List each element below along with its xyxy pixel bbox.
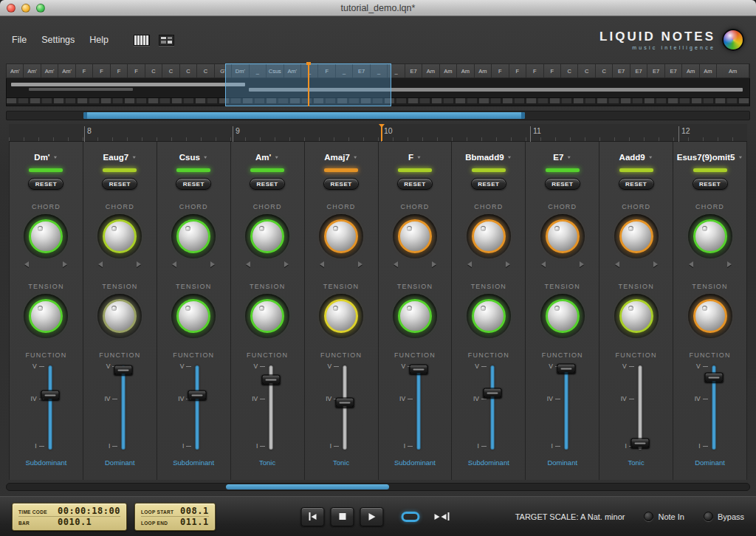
- tension-knob-dial[interactable]: [324, 299, 358, 333]
- chord-selector[interactable]: Aadd9 ▼: [619, 151, 653, 164]
- overview-chord-cell[interactable]: Am: [700, 64, 717, 78]
- function-slider[interactable]: V IV I: [170, 364, 217, 451]
- overview-chord-cell[interactable]: Am: [682, 64, 699, 78]
- function-slider-handle[interactable]: [336, 397, 354, 407]
- piano-roll-icon[interactable]: [134, 35, 150, 46]
- loop-start-value[interactable]: 008.1: [180, 506, 209, 516]
- chord-selector[interactable]: Esus7(9)omit5 ▼: [677, 151, 743, 164]
- overview-chord-cell[interactable]: F: [128, 64, 145, 78]
- chord-knob-dial[interactable]: [103, 219, 137, 253]
- chord-prev-arrow-icon[interactable]: [394, 261, 398, 267]
- chord-prev-arrow-icon[interactable]: [320, 261, 324, 267]
- function-slider[interactable]: V IV I: [96, 364, 143, 451]
- overview-chord-cell[interactable]: C: [578, 64, 595, 78]
- menu-settings[interactable]: Settings: [41, 35, 75, 45]
- function-slider[interactable]: V IV I: [613, 364, 660, 451]
- overview-chord-cell[interactable]: F: [76, 64, 93, 78]
- reset-button[interactable]: RESET: [545, 178, 580, 190]
- chord-next-arrow-icon[interactable]: [137, 261, 141, 267]
- tension-knob-dial[interactable]: [693, 299, 727, 333]
- chord-prev-arrow-icon[interactable]: [172, 261, 176, 267]
- timecode-value[interactable]: 00:00:18:00: [58, 506, 120, 516]
- chord-knob[interactable]: [97, 214, 142, 258]
- reset-button[interactable]: RESET: [693, 178, 728, 190]
- bypass-radio-icon[interactable]: [704, 512, 713, 521]
- menu-file[interactable]: File: [12, 35, 27, 45]
- overview-chord-cell[interactable]: C: [561, 64, 578, 78]
- tension-knob[interactable]: [393, 294, 437, 338]
- overview-chord-cell[interactable]: F: [526, 64, 543, 78]
- function-slider-handle[interactable]: [557, 363, 575, 373]
- reset-button[interactable]: RESET: [397, 178, 433, 190]
- chord-knob-dial[interactable]: [176, 219, 210, 253]
- overview-chord-cell[interactable]: Am: [717, 64, 749, 78]
- function-slider[interactable]: V IV I: [244, 364, 291, 451]
- overview-chord-cell[interactable]: F: [318, 64, 335, 78]
- overview-chord-cell[interactable]: Am': [58, 64, 75, 78]
- function-slider-track[interactable]: [196, 365, 199, 450]
- overview-chord-cell[interactable]: F: [111, 64, 128, 78]
- chord-prev-arrow-icon[interactable]: [467, 261, 472, 267]
- overview-chord-cell[interactable]: Dm': [232, 64, 249, 78]
- note-in-toggle[interactable]: Note In: [644, 512, 684, 521]
- mixer-view-icon[interactable]: [159, 35, 174, 46]
- function-slider[interactable]: V IV I: [391, 364, 439, 451]
- skip-to-end-icon[interactable]: [434, 512, 449, 520]
- reset-button[interactable]: RESET: [102, 178, 137, 190]
- overview-chord-cell[interactable]: _: [250, 64, 267, 78]
- tension-knob[interactable]: [97, 294, 142, 338]
- play-button[interactable]: [360, 507, 383, 526]
- tension-knob-dial[interactable]: [29, 299, 63, 333]
- chord-next-arrow-icon[interactable]: [432, 261, 436, 267]
- chord-next-arrow-icon[interactable]: [506, 261, 510, 267]
- tension-knob-dial[interactable]: [472, 299, 506, 333]
- chord-knob-dial[interactable]: [398, 219, 432, 253]
- horizontal-scrollbar[interactable]: [6, 483, 750, 491]
- overview-chord-cell[interactable]: E7: [405, 64, 422, 78]
- chord-knob[interactable]: [171, 214, 216, 258]
- function-slider-handle[interactable]: [188, 391, 207, 400]
- menu-help[interactable]: Help: [89, 35, 109, 45]
- reset-button[interactable]: RESET: [471, 178, 506, 190]
- overview-chord-cell[interactable]: C: [197, 64, 214, 78]
- chord-selector[interactable]: Eaug7 ▼: [103, 151, 137, 164]
- tension-knob[interactable]: [24, 294, 68, 338]
- overview-chord-cell[interactable]: _: [371, 64, 388, 78]
- bypass-toggle[interactable]: Bypass: [704, 512, 744, 521]
- overview-chord-cell[interactable]: E7: [647, 64, 664, 78]
- function-slider-handle[interactable]: [410, 365, 428, 374]
- function-slider-handle[interactable]: [630, 439, 649, 448]
- titlebar[interactable]: tutorial_demo.lqn*: [0, 0, 756, 16]
- chord-selector[interactable]: Dm' ▼: [34, 151, 58, 164]
- function-slider-track[interactable]: [490, 365, 494, 450]
- overview-chord-cell[interactable]: Am': [41, 64, 58, 78]
- overview-chord-cell[interactable]: F: [544, 64, 561, 78]
- overview-chord-cell[interactable]: _: [336, 64, 353, 78]
- chord-knob[interactable]: [540, 214, 585, 258]
- chord-prev-arrow-icon[interactable]: [541, 261, 546, 267]
- function-slider-handle[interactable]: [114, 365, 133, 375]
- overview-chord-cell[interactable]: Am: [475, 64, 492, 78]
- stop-button[interactable]: [330, 507, 354, 526]
- chord-next-arrow-icon[interactable]: [358, 261, 362, 267]
- reset-button[interactable]: RESET: [28, 178, 63, 190]
- overview-chord-cell[interactable]: Csus: [267, 64, 284, 78]
- tension-knob[interactable]: [467, 294, 511, 338]
- tension-knob[interactable]: [171, 294, 216, 338]
- chord-knob-dial[interactable]: [693, 219, 727, 253]
- overview-chord-cell[interactable]: Am': [24, 64, 41, 78]
- chord-next-arrow-icon[interactable]: [63, 261, 67, 267]
- chord-prev-arrow-icon[interactable]: [615, 261, 619, 267]
- loop-toggle-icon[interactable]: [401, 512, 419, 522]
- overview-chord-cell[interactable]: C: [162, 64, 179, 78]
- minimize-icon[interactable]: [21, 4, 30, 13]
- timeline-range[interactable]: [83, 112, 526, 119]
- overview-chord-cell[interactable]: E7: [613, 64, 630, 78]
- overview-chord-cell[interactable]: Am: [457, 64, 474, 78]
- overview-chord-cell[interactable]: E7: [353, 64, 370, 78]
- chord-knob-dial[interactable]: [472, 219, 506, 253]
- chord-knob[interactable]: [614, 214, 659, 258]
- tension-knob-dial[interactable]: [176, 299, 210, 333]
- tension-knob-dial[interactable]: [103, 299, 137, 333]
- chord-knob[interactable]: [24, 214, 68, 258]
